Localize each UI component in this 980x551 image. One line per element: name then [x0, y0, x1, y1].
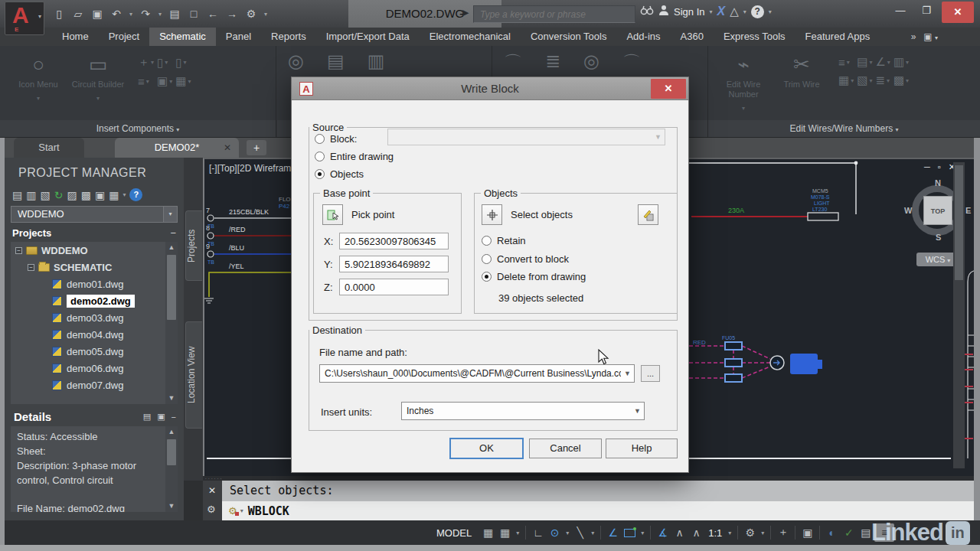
- open-icon[interactable]: ▱: [70, 5, 87, 22]
- panel-label-edit-wires[interactable]: Edit Wires/Wire Numbers ▾: [708, 120, 980, 137]
- drawing-list-icon[interactable]: ▩: [81, 189, 91, 201]
- autosnap-icon[interactable]: ∠: [605, 523, 621, 542]
- viewcube-top-face[interactable]: TOP: [923, 196, 952, 225]
- collapse-projects-icon[interactable]: −: [170, 227, 176, 239]
- radio-convert-to-block[interactable]: Convert to block: [482, 253, 569, 265]
- select-objects-button[interactable]: [482, 204, 502, 225]
- ok-button[interactable]: OK: [450, 439, 523, 458]
- project-help-icon[interactable]: ?: [129, 188, 142, 201]
- workspace-icon[interactable]: ⚙: [243, 5, 260, 22]
- x-field[interactable]: [339, 233, 449, 249]
- insert-device-icon[interactable]: ▯▾: [175, 55, 191, 70]
- search-binoculars-icon[interactable]: [640, 5, 654, 18]
- refresh-icon[interactable]: ↻: [54, 189, 64, 201]
- forward-icon[interactable]: →: [224, 5, 240, 22]
- tab-featured-apps[interactable]: Featured Apps: [795, 28, 880, 46]
- tab-a360[interactable]: A360: [671, 28, 714, 46]
- qat-menu-caret-icon[interactable]: ▾: [262, 11, 270, 18]
- clipboard-icon[interactable]: ▥: [368, 51, 385, 72]
- trim-wire-button[interactable]: ✂ Trim Wire: [774, 49, 829, 119]
- tab-electromechanical[interactable]: Electromechanical: [420, 28, 521, 46]
- grid-display-icon[interactable]: ▦: [480, 523, 496, 542]
- workspace-switching-icon[interactable]: ⚙: [742, 523, 758, 542]
- project-selector-caret-icon[interactable]: ▾: [163, 207, 177, 222]
- tab-panel[interactable]: Panel: [216, 28, 261, 46]
- combo-caret-icon[interactable]: ▼: [631, 407, 644, 415]
- tree-file-demo03[interactable]: demo03.dwg: [11, 309, 178, 326]
- sign-in-button[interactable]: Sign In: [674, 6, 704, 18]
- a360-icon[interactable]: △: [730, 5, 739, 18]
- tab-express-tools[interactable]: Express Tools: [714, 28, 795, 46]
- polar-tracking-icon[interactable]: ⊙: [547, 523, 563, 542]
- osnap-tracking-icon[interactable]: ∡: [655, 523, 671, 542]
- clean-screen-check-icon[interactable]: ✓: [841, 523, 857, 542]
- polar-caret-icon[interactable]: ▾: [564, 530, 571, 536]
- collapse-details-icon[interactable]: −: [172, 412, 176, 422]
- tab-add-ins[interactable]: Add-ins: [616, 28, 670, 46]
- graphics-performance-icon[interactable]: ◐: [824, 523, 840, 542]
- dialog-title-bar[interactable]: A Write Block ✕: [292, 77, 688, 100]
- app-menu-button[interactable]: A E ▾: [5, 2, 44, 35]
- cancel-button[interactable]: Cancel: [529, 439, 602, 458]
- edit-component-icon[interactable]: ◎: [288, 51, 304, 72]
- scroll-down-icon[interactable]: ▼: [165, 393, 178, 404]
- radio-entire-drawing-icon[interactable]: [315, 152, 325, 161]
- command-customize-icon[interactable]: ⚙: [207, 504, 216, 515]
- search-input[interactable]: [473, 5, 635, 23]
- tree-file-demo07[interactable]: demo07.dwg: [11, 377, 178, 393]
- radio-retain[interactable]: Retain: [482, 235, 526, 246]
- wire-edit-icon-2[interactable]: ▤▾: [857, 55, 872, 69]
- tab-home[interactable]: Home: [52, 28, 99, 46]
- tree-scrollbar[interactable]: ▲ ▼: [165, 242, 178, 404]
- multi-bus-icon[interactable]: ≣: [545, 51, 560, 75]
- publish-icon[interactable]: ▣: [95, 189, 105, 201]
- tree-node-schematic[interactable]: − SCHEMATIC: [11, 259, 178, 276]
- browse-button[interactable]: ...: [641, 365, 660, 382]
- tab-import-export[interactable]: Import/Export Data: [316, 28, 420, 46]
- command-caret-icon[interactable]: ▾: [240, 507, 243, 514]
- close-button[interactable]: ✕: [942, 2, 974, 23]
- units-icon[interactable]: ▤: [858, 523, 874, 542]
- search-expand-icon[interactable]: ▶: [462, 8, 469, 18]
- tree-file-demo01[interactable]: demo01.dwg: [11, 276, 178, 292]
- toolbar-caret-icon[interactable]: ▾: [122, 191, 126, 198]
- customization-menu-icon[interactable]: ≡: [874, 523, 894, 542]
- radio-convert-icon[interactable]: [482, 254, 492, 264]
- y-field[interactable]: [339, 256, 449, 272]
- project-selector[interactable]: WDDEMO ▾: [11, 206, 178, 223]
- multiple-insert-icon[interactable]: ≡▾: [138, 74, 154, 88]
- file-path-combo[interactable]: C:\Users\shaun_000\Documents\@CADFM\@Cur…: [319, 364, 635, 383]
- panel-label-insert-components[interactable]: Insert Components ▾: [0, 120, 276, 137]
- save-icon[interactable]: ▣: [89, 5, 106, 22]
- help-button[interactable]: Help: [606, 439, 678, 458]
- maximize-button[interactable]: ❐: [916, 2, 937, 20]
- radio-delete-icon[interactable]: [482, 272, 492, 282]
- project-properties-icon[interactable]: ▤: [12, 189, 22, 201]
- combo-caret-icon[interactable]: ▼: [621, 370, 634, 377]
- side-tab-location-view[interactable]: Location View: [185, 321, 202, 429]
- snap-mode-icon[interactable]: ▦: [497, 523, 513, 542]
- tree-node-project[interactable]: − WDDEMO: [11, 242, 178, 259]
- viewport-label[interactable]: [-][Top][2D Wireframe]: [209, 163, 299, 174]
- radio-objects-icon[interactable]: [315, 169, 325, 179]
- radio-block-icon[interactable]: [315, 134, 325, 144]
- new-file-tab-button[interactable]: +: [247, 140, 266, 155]
- expander-icon[interactable]: −: [28, 264, 34, 271]
- viewcube-west[interactable]: W: [904, 206, 912, 215]
- tab-schematic[interactable]: Schematic: [149, 28, 216, 46]
- scroll-up-icon[interactable]: ▲: [165, 426, 178, 438]
- tab-reports[interactable]: Reports: [261, 28, 316, 46]
- command-input-line[interactable]: ⚙ ▾ WBLOCK: [222, 501, 980, 520]
- viewcube-south[interactable]: S: [936, 233, 941, 242]
- redo-caret-icon[interactable]: ▾: [156, 11, 164, 18]
- viewport-restore-icon[interactable]: ▫: [938, 162, 941, 172]
- details-doc-icon[interactable]: ▤: [143, 412, 151, 422]
- radio-block[interactable]: Block:: [315, 133, 357, 145]
- ribbon-display-icon[interactable]: ▣ ▾: [923, 31, 938, 42]
- ortho-mode-icon[interactable]: ∟: [530, 523, 546, 542]
- insert-block-icon[interactable]: ▯▾: [157, 55, 172, 70]
- circuit-builder-button[interactable]: ▭ Circuit Builder ▾: [70, 49, 126, 119]
- isodraft-icon[interactable]: ╲: [572, 523, 588, 542]
- wire-edit-icon-5[interactable]: ▦▾: [838, 73, 854, 87]
- icon-menu-button[interactable]: ○ Icon Menu ▾: [11, 49, 66, 119]
